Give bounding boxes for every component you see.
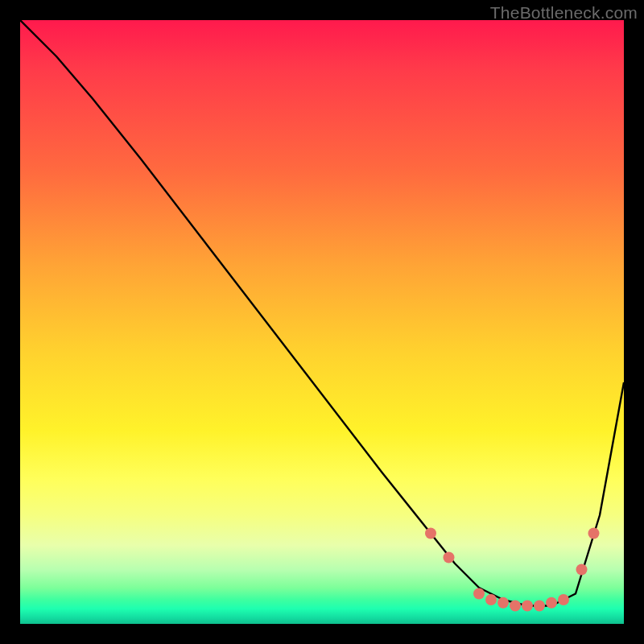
marker-dot bbox=[497, 597, 509, 609]
marker-dot bbox=[534, 601, 545, 612]
marker-dot bbox=[485, 594, 497, 605]
plot-area bbox=[20, 20, 624, 624]
curve-layer bbox=[20, 20, 624, 624]
marker-dot bbox=[522, 601, 533, 612]
marker-dot bbox=[546, 597, 557, 609]
marker-dot bbox=[510, 601, 521, 612]
marker-dot bbox=[473, 588, 485, 600]
marker-dot bbox=[588, 528, 600, 539]
chart-stage: TheBottleneck.com bbox=[0, 0, 644, 644]
marker-dot bbox=[558, 594, 569, 605]
marker-dots bbox=[425, 528, 600, 612]
marker-dot bbox=[444, 552, 455, 564]
marker-dot bbox=[425, 528, 436, 539]
marker-dot bbox=[576, 564, 588, 576]
bottleneck-curve bbox=[20, 20, 624, 606]
